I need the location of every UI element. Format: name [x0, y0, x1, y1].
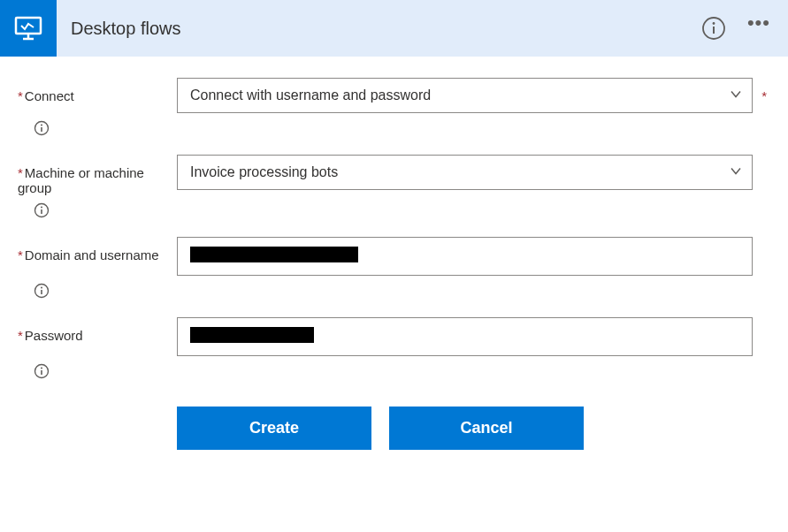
info-row-connect	[34, 120, 770, 139]
svg-point-10	[41, 207, 42, 209]
redacted-value	[190, 327, 314, 343]
svg-rect-0	[16, 18, 41, 34]
info-icon[interactable]	[701, 16, 726, 41]
machine-select[interactable]: Invoice processing bots	[177, 155, 753, 190]
cancel-button[interactable]: Cancel	[389, 407, 584, 450]
label-connect: *Connect	[18, 78, 177, 103]
svg-point-13	[41, 287, 42, 289]
password-input[interactable]	[177, 317, 753, 356]
info-row-domain-username	[34, 283, 770, 301]
trailing-required-asterisk: *	[761, 88, 767, 103]
button-row: Create Cancel	[177, 407, 770, 450]
svg-point-16	[41, 368, 42, 369]
label-domain-username-text: Domain and username	[25, 247, 159, 262]
info-icon[interactable]	[34, 120, 50, 136]
info-icon[interactable]	[34, 283, 50, 299]
required-asterisk: *	[18, 165, 23, 180]
header-actions: •••	[701, 16, 770, 41]
svg-point-4	[712, 22, 715, 25]
create-button[interactable]: Create	[177, 407, 371, 450]
more-icon[interactable]: •••	[747, 13, 770, 33]
label-domain-username: *Domain and username	[18, 237, 177, 262]
label-connect-text: Connect	[25, 88, 74, 103]
redacted-value	[190, 247, 358, 262]
connect-select[interactable]: Connect with username and password	[177, 78, 753, 113]
info-icon[interactable]	[34, 202, 50, 218]
info-icon[interactable]	[34, 363, 50, 379]
label-machine: *Machine or machine group	[18, 155, 177, 195]
desktop-flow-icon	[11, 11, 46, 46]
required-asterisk: *	[18, 88, 23, 103]
required-asterisk: *	[18, 247, 23, 262]
label-password: *Password	[18, 317, 177, 343]
machine-select-value: Invoice processing bots	[177, 155, 753, 190]
info-row-password	[34, 363, 770, 382]
info-row-machine	[34, 202, 770, 221]
label-machine-text: Machine or machine group	[18, 165, 144, 195]
row-password: *Password	[18, 317, 770, 356]
connect-select-value: Connect with username and password	[177, 78, 753, 113]
row-domain-username: *Domain and username	[18, 237, 770, 276]
svg-point-7	[41, 125, 42, 126]
panel-header: Desktop flows •••	[0, 0, 788, 57]
connection-form: *Connect Connect with username and passw…	[0, 57, 788, 471]
domain-username-input[interactable]	[177, 237, 753, 276]
required-asterisk: *	[18, 328, 23, 343]
flow-icon-box	[0, 0, 57, 57]
label-password-text: Password	[25, 328, 83, 343]
row-connect: *Connect Connect with username and passw…	[18, 78, 770, 113]
header-title: Desktop flows	[71, 19, 181, 39]
row-machine: *Machine or machine group Invoice proces…	[18, 155, 770, 195]
